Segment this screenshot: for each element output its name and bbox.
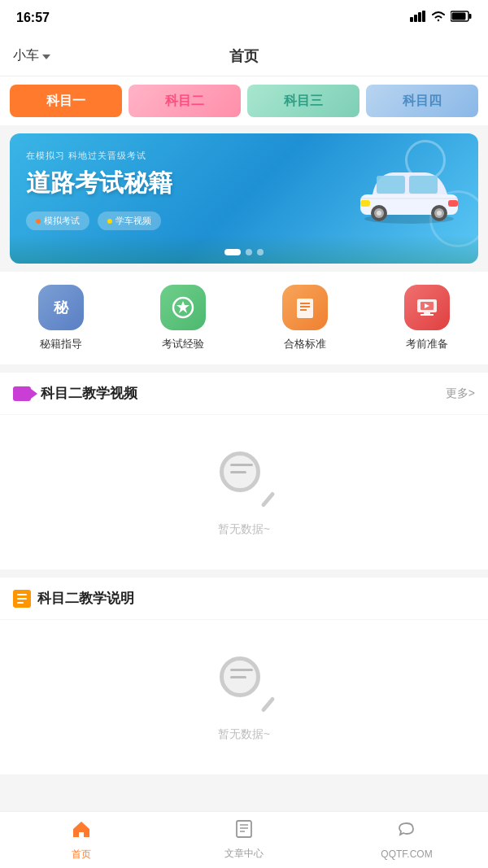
banner-dot-2[interactable] bbox=[246, 249, 252, 255]
category-tabs: 科目一 科目二 科目三 科目四 bbox=[0, 76, 488, 125]
video-play-icon bbox=[13, 386, 31, 401]
vehicle-selector[interactable]: 小车 bbox=[13, 47, 50, 64]
banner-dot-1[interactable] bbox=[224, 249, 241, 255]
video-more-button[interactable]: 更多> bbox=[446, 386, 475, 401]
svg-rect-18 bbox=[448, 200, 458, 207]
status-bar: 16:57 bbox=[0, 0, 488, 36]
svg-rect-10 bbox=[409, 176, 438, 194]
banner-btn-1[interactable]: 模拟考试 bbox=[26, 212, 89, 230]
svg-point-13 bbox=[377, 211, 381, 216]
banner-dots bbox=[224, 249, 264, 255]
video-empty-icon bbox=[211, 447, 277, 513]
video-empty-state: 暂无数据~ bbox=[0, 415, 488, 569]
banner-dot-3[interactable] bbox=[257, 249, 264, 255]
doc-section-header: 科目二教学说明 bbox=[0, 578, 488, 619]
svg-point-16 bbox=[437, 211, 442, 216]
tab-articles-label: 文章中心 bbox=[224, 847, 264, 861]
feature-label-3: 合格标准 bbox=[284, 337, 326, 351]
home-icon bbox=[71, 818, 92, 844]
svg-rect-3 bbox=[422, 11, 425, 22]
vehicle-label: 小车 bbox=[13, 47, 39, 64]
community-icon bbox=[397, 821, 416, 845]
features-grid: 秘 秘籍指导 考试经验 合格标准 bbox=[0, 272, 488, 364]
svg-rect-2 bbox=[418, 12, 421, 22]
svg-rect-21 bbox=[297, 299, 313, 318]
signal-icon bbox=[410, 11, 426, 25]
tab-bar: 首页 文章中心 QQTF.COM bbox=[0, 811, 488, 868]
btn1-dot bbox=[36, 219, 41, 224]
doc-empty-state: 暂无数据~ bbox=[0, 620, 488, 774]
svg-rect-0 bbox=[410, 17, 413, 22]
feature-item-2[interactable]: 考试经验 bbox=[122, 285, 244, 351]
banner-btn1-label: 模拟考试 bbox=[44, 215, 80, 227]
status-time: 16:57 bbox=[16, 11, 50, 25]
banner-btn2-label: 学车视频 bbox=[115, 215, 151, 227]
feature-icon-4 bbox=[404, 285, 450, 330]
feature-icon-2 bbox=[160, 285, 206, 330]
status-icons bbox=[410, 11, 472, 25]
page-title: 首页 bbox=[229, 46, 259, 66]
tab-articles[interactable]: 文章中心 bbox=[163, 812, 325, 868]
video-empty-text: 暂无数据~ bbox=[218, 522, 270, 537]
articles-icon bbox=[234, 819, 254, 844]
banner-btn-2[interactable]: 学车视频 bbox=[98, 212, 161, 230]
feature-item-3[interactable]: 合格标准 bbox=[244, 285, 366, 351]
feature-item-4[interactable]: 考前准备 bbox=[366, 285, 488, 351]
wifi-icon bbox=[431, 11, 446, 25]
tab-community[interactable]: QQTF.COM bbox=[325, 812, 488, 868]
svg-rect-5 bbox=[469, 14, 472, 19]
chevron-down-icon bbox=[42, 55, 50, 59]
svg-rect-1 bbox=[414, 15, 417, 22]
doc-section-title: 科目二教学说明 bbox=[37, 589, 134, 608]
header: 小车 首页 bbox=[0, 36, 488, 76]
battery-icon bbox=[451, 11, 472, 25]
doc-empty-icon bbox=[211, 652, 277, 718]
tab-community-label: QQTF.COM bbox=[381, 848, 432, 860]
car-illustration bbox=[356, 150, 462, 231]
category-tab-2[interactable]: 科目二 bbox=[129, 85, 241, 117]
video-section-title: 科目二教学视频 bbox=[41, 384, 137, 403]
svg-rect-9 bbox=[377, 176, 405, 194]
feature-icon-3 bbox=[282, 285, 328, 330]
banner[interactable]: 在模拟习 科地过关晋级考试 道路考试秘籍 模拟考试 学车视频 bbox=[10, 133, 478, 264]
svg-rect-17 bbox=[360, 200, 370, 207]
svg-rect-30 bbox=[237, 821, 251, 837]
tab-home-label: 首页 bbox=[72, 848, 91, 861]
doc-empty-text: 暂无数据~ bbox=[218, 727, 270, 742]
btn2-dot bbox=[107, 219, 112, 224]
tab-home[interactable]: 首页 bbox=[0, 812, 163, 868]
feature-icon-1: 秘 bbox=[38, 285, 84, 330]
category-tab-3[interactable]: 科目三 bbox=[247, 85, 359, 117]
feature-label-4: 考前准备 bbox=[406, 337, 448, 351]
video-section-header: 科目二教学视频 更多> bbox=[0, 373, 488, 414]
feature-label-1: 秘籍指导 bbox=[40, 337, 82, 351]
svg-rect-6 bbox=[452, 13, 466, 20]
feature-label-2: 考试经验 bbox=[162, 337, 204, 351]
category-tab-1[interactable]: 科目一 bbox=[10, 85, 122, 117]
feature-item-1[interactable]: 秘 秘籍指导 bbox=[0, 285, 122, 351]
category-tab-4[interactable]: 科目四 bbox=[366, 85, 478, 117]
video-title-wrap: 科目二教学视频 bbox=[13, 384, 137, 403]
doc-title-wrap: 科目二教学说明 bbox=[13, 589, 134, 608]
doc-icon bbox=[13, 590, 31, 608]
